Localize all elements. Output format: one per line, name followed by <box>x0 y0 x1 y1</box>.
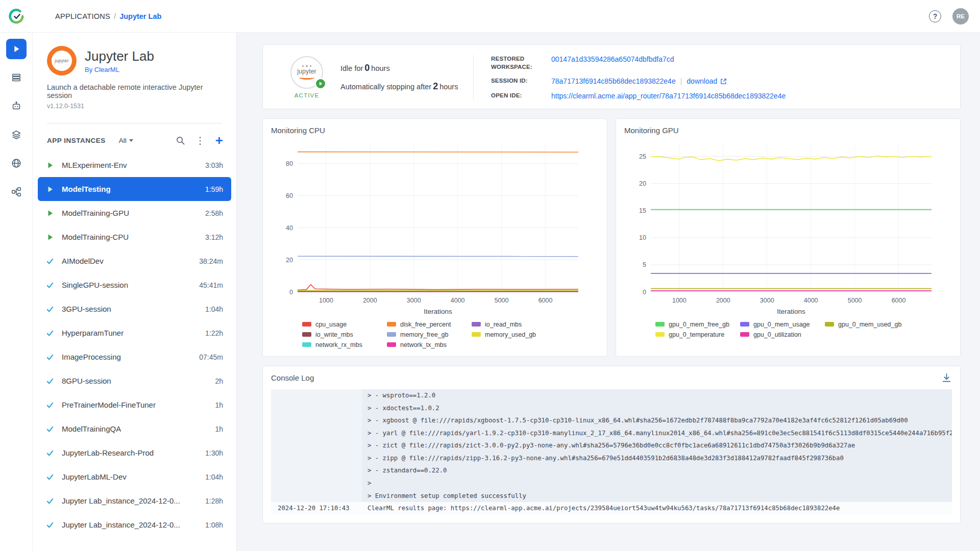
clearml-logo[interactable] <box>0 8 33 25</box>
clearml-logo-icon <box>8 8 25 25</box>
help-icon[interactable]: ? <box>929 10 941 22</box>
instance-duration: 1:22h <box>200 329 223 337</box>
instance-duration: 1:28h <box>200 497 223 505</box>
legend-swatch <box>387 342 396 347</box>
list-item[interactable]: ModelTraining-GPU2:58h <box>38 201 231 225</box>
legend-swatch <box>302 342 311 347</box>
main-content: jupyter ACTIVE Idle for0hours Automatica… <box>237 33 980 551</box>
legend-item[interactable]: network_rx_mbs <box>302 341 387 348</box>
list-item[interactable]: HyperparamTuner1:22h <box>38 321 231 345</box>
legend-item[interactable]: memory_free_gb <box>387 331 472 338</box>
list-item[interactable]: SingleGPU-session45:41m <box>38 273 231 297</box>
legend-item[interactable]: gpu_0_mem_usage <box>740 321 825 328</box>
log-text: > - zstandard==0.22.0 <box>362 467 447 474</box>
instance-duration: 3:12h <box>200 233 223 241</box>
legend-item[interactable]: io_write_mbs <box>302 331 387 338</box>
log-line: > <box>271 477 952 490</box>
instance-duration: 1:30h <box>200 449 223 457</box>
svg-text:4000: 4000 <box>804 297 818 304</box>
instance-duration: 1:04h <box>200 473 223 481</box>
monitoring-cpu-card: Monitoring CPU 1000200030004000500060000… <box>262 118 607 357</box>
download-log-icon[interactable] <box>941 372 952 383</box>
list-item[interactable]: 8GPU-session2h <box>38 369 231 393</box>
list-item[interactable]: ModelTesting1:59h <box>38 177 231 201</box>
svg-text:Iterations: Iterations <box>777 308 805 315</box>
list-item[interactable]: 3GPU-session1:04h <box>38 297 231 321</box>
session-id-row: SESSION ID: 78a71713f6914c85b68dec189382… <box>491 77 786 86</box>
svg-text:6000: 6000 <box>892 297 906 304</box>
log-line: > - zipp @ file:///rapids/zipp-3.16.2-py… <box>271 452 952 465</box>
svg-text:2000: 2000 <box>716 297 730 304</box>
avatar[interactable]: RE <box>952 8 969 24</box>
legend-item[interactable]: gpu_0_temperature <box>655 331 740 338</box>
legend-label: gpu_0_mem_free_gb <box>669 321 729 328</box>
check-status-icon <box>46 496 55 505</box>
instance-name: JupyterLab-Research-Prod <box>62 448 154 457</box>
nav-datasets-icon[interactable] <box>6 124 27 145</box>
svg-text:20: 20 <box>639 180 646 187</box>
list-item[interactable]: ModelTrainingQA1h <box>38 417 231 441</box>
console-log-body[interactable]: > - wsproto==1.2.0> - xdoctest==1.0.2> -… <box>271 389 952 515</box>
svg-text:0: 0 <box>643 288 646 295</box>
legend-swatch <box>825 322 834 327</box>
list-item[interactable]: JupyterLab-Research-Prod1:30h <box>38 441 231 465</box>
kebab-menu-icon[interactable]: ⋮ <box>195 136 205 145</box>
byline-link[interactable]: By ClearML <box>85 66 154 73</box>
separator: | <box>680 77 682 86</box>
check-status-icon <box>46 305 55 313</box>
nav-hyperdatasets-icon[interactable] <box>6 153 27 173</box>
jupyter-dots-icon <box>302 65 312 67</box>
instance-name: ModelTraining-GPU <box>62 209 129 217</box>
instances-filter-dropdown[interactable]: All <box>119 137 133 144</box>
legend-item[interactable]: gpu_0_utilization <box>740 331 825 338</box>
legend-label: memory_used_gb <box>485 331 536 338</box>
download-link[interactable]: download <box>687 77 717 86</box>
list-item[interactable]: AIModelDev38:24m <box>38 249 231 273</box>
instance-duration: 38:24m <box>194 257 223 265</box>
legend-item[interactable]: network_tx_mbs <box>387 341 472 348</box>
instance-duration: 2h <box>210 377 223 385</box>
cpu-chart[interactable]: 100020003000400050006000020406080Iterati… <box>271 136 599 317</box>
list-item[interactable]: ImageProcessing07:45m <box>38 345 231 369</box>
open-ide-link[interactable]: https://clearml.acme.ai/app_router/78a71… <box>551 92 786 101</box>
log-line: > Environment setup completed successful… <box>271 489 952 502</box>
instance-name: AIModelDev <box>62 257 104 265</box>
legend-item[interactable]: gpu_0_mem_used_gb <box>825 321 910 328</box>
svg-text:1000: 1000 <box>319 297 333 304</box>
restored-workspace-value[interactable]: 00147a1d33594286a65074dbfbdfa7cd <box>551 55 674 64</box>
list-item[interactable]: Jupyter Lab_instance_2024-12-0...1:08h <box>38 513 231 537</box>
check-status-icon <box>46 424 55 433</box>
legend-item[interactable]: io_read_mbs <box>472 321 556 328</box>
nav-pipelines-icon[interactable] <box>6 182 27 202</box>
list-item[interactable]: PreTrainerModel-FineTuner1h <box>38 393 231 417</box>
instance-duration: 2:58h <box>200 209 223 217</box>
gpu-chart[interactable]: 1000200030004000500060000510152025Iterat… <box>624 136 952 317</box>
list-item[interactable]: JupyterLabML-Dev1:04h <box>38 465 231 489</box>
nav-applications-icon[interactable] <box>6 39 27 59</box>
legend-label: memory_free_gb <box>400 331 449 338</box>
app-description: Launch a detachable remote interactive J… <box>47 83 222 99</box>
log-timestamp: 2024-12-20 17:10:43 <box>271 505 362 512</box>
add-instance-button[interactable]: + <box>215 134 223 147</box>
list-item[interactable]: Jupyter Lab_instance_2024-12-0...1:28h <box>38 489 231 513</box>
legend-item[interactable]: cpu_usage <box>302 321 387 328</box>
legend-swatch <box>302 332 311 337</box>
nav-agents-icon[interactable] <box>6 96 27 116</box>
legend-label: network_rx_mbs <box>315 341 362 348</box>
log-text: > - wsproto==1.2.0 <box>362 392 435 399</box>
breadcrumb-applications[interactable]: APPLICATIONS <box>55 12 110 20</box>
legend-item[interactable]: gpu_0_mem_free_gb <box>655 321 740 328</box>
legend-item[interactable]: memory_used_gb <box>472 331 556 338</box>
list-item[interactable]: ModelTraining-CPU3:12h <box>38 225 231 249</box>
legend-label: gpu_0_temperature <box>669 331 724 338</box>
legend-item[interactable]: disk_free_percent <box>387 321 472 328</box>
open-ide-label: OPEN IDE: <box>491 92 551 100</box>
log-text: > - yarl @ file:///rapids/yarl-1.9.2-cp3… <box>362 430 952 437</box>
instance-name: HyperparamTuner <box>62 329 124 337</box>
log-text: ClearML results page: https://clearml-ap… <box>362 505 840 512</box>
app-instances-header: APP INSTANCES <box>47 137 106 144</box>
nav-queues-icon[interactable] <box>6 67 27 88</box>
session-id-value[interactable]: 78a71713f6914c85b68dec1893822e4e <box>551 77 676 86</box>
search-icon[interactable] <box>176 136 185 145</box>
list-item[interactable]: MLExperiment-Env3:03h <box>38 153 231 177</box>
